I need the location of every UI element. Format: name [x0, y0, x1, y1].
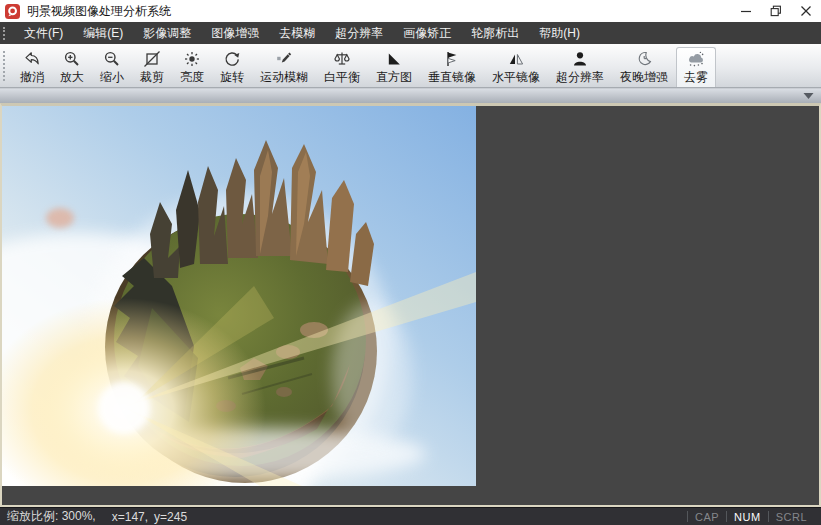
menu-contour-extraction[interactable]: 轮廓析出	[461, 22, 529, 44]
zoom-ratio-text: 缩放比例: 300%,	[7, 508, 96, 525]
app-icon	[5, 4, 20, 19]
app-window: 明景视频图像处理分析系统 文件(F)	[0, 0, 821, 525]
image-canvas[interactable]	[0, 103, 821, 507]
menu-bar: 文件(F) 编辑(E) 影像调整 图像增强 去模糊 超分辨率 画像矫正 轮廓析出…	[0, 22, 821, 44]
restore-button[interactable]	[761, 0, 791, 22]
window-title: 明景视频图像处理分析系统	[27, 3, 171, 20]
toolbar-button-brightness[interactable]: 亮度	[172, 47, 212, 86]
close-button[interactable]	[791, 0, 821, 22]
menu-image-adjust[interactable]: 影像调整	[133, 22, 201, 44]
toolbar-button-undo[interactable]: 撤消	[12, 47, 52, 86]
toolbar: 撤消 放大 缩小	[0, 44, 821, 88]
brightness-icon	[183, 49, 201, 69]
status-bar: 缩放比例: 300%, x=147, y=245 CAP NUM SCRL	[0, 507, 821, 525]
minimize-button[interactable]	[731, 0, 761, 22]
vertical-mirror-icon	[443, 49, 461, 69]
toolbar-button-zoom-out[interactable]: 缩小	[92, 47, 132, 86]
zoom-out-icon	[103, 49, 121, 69]
night-enhance-icon	[635, 49, 653, 69]
minimize-icon	[740, 5, 752, 17]
menu-file[interactable]: 文件(F)	[14, 22, 73, 44]
toolbar-button-crop[interactable]: 裁剪	[132, 47, 172, 86]
toolbar-overflow-button[interactable]	[803, 92, 814, 100]
toolbar-button-rotate[interactable]: 旋转	[212, 47, 252, 86]
cap-lock-indicator: CAP	[688, 511, 726, 523]
tiny-planet-image	[2, 106, 476, 486]
toolbar-button-zoom-in[interactable]: 放大	[52, 47, 92, 86]
close-icon	[800, 5, 812, 17]
histogram-icon	[385, 49, 403, 69]
num-lock-indicator: NUM	[727, 511, 768, 523]
crop-icon	[143, 49, 161, 69]
toolbar-button-dehaze[interactable]: 去雾	[676, 47, 716, 87]
toolbar-overflow-strip	[0, 88, 821, 103]
scroll-lock-indicator: SCRL	[769, 511, 814, 523]
zoom-in-icon	[63, 49, 81, 69]
menu-deblur[interactable]: 去模糊	[269, 22, 325, 44]
motion-blur-icon	[275, 49, 293, 69]
toolbar-button-white-balance[interactable]: 白平衡	[316, 47, 368, 86]
toolbar-button-vertical-mirror[interactable]: 垂直镜像	[420, 47, 484, 86]
undo-icon	[23, 49, 41, 69]
restore-icon	[770, 5, 782, 17]
menu-super-resolution[interactable]: 超分辨率	[325, 22, 393, 44]
toolbar-button-motion-blur[interactable]: 运动模糊	[252, 47, 316, 86]
dehaze-icon	[687, 49, 705, 69]
toolbar-button-histogram[interactable]: 直方图	[368, 47, 420, 86]
title-bar: 明景视频图像处理分析系统	[0, 0, 821, 22]
cursor-x-text: x=147,	[112, 510, 148, 524]
menu-image-enhance[interactable]: 图像增强	[201, 22, 269, 44]
rotate-icon	[223, 49, 241, 69]
toolbar-button-night-enhance[interactable]: 夜晚增强	[612, 47, 676, 86]
chevron-down-icon	[803, 92, 814, 100]
menu-edit[interactable]: 编辑(E)	[73, 22, 133, 44]
toolbar-grip	[3, 51, 10, 81]
toolbar-button-super-resolution[interactable]: 超分辨率	[548, 47, 612, 86]
toolbar-button-horizontal-mirror[interactable]: 水平镜像	[484, 47, 548, 86]
menubar-grip	[3, 27, 9, 40]
white-balance-icon	[333, 49, 351, 69]
menu-help[interactable]: 帮助(H)	[529, 22, 590, 44]
horizontal-mirror-icon	[507, 49, 525, 69]
window-controls	[731, 0, 821, 22]
cursor-y-text: y=245	[154, 510, 187, 524]
super-resolution-icon	[571, 49, 589, 69]
menu-image-correction[interactable]: 画像矫正	[393, 22, 461, 44]
